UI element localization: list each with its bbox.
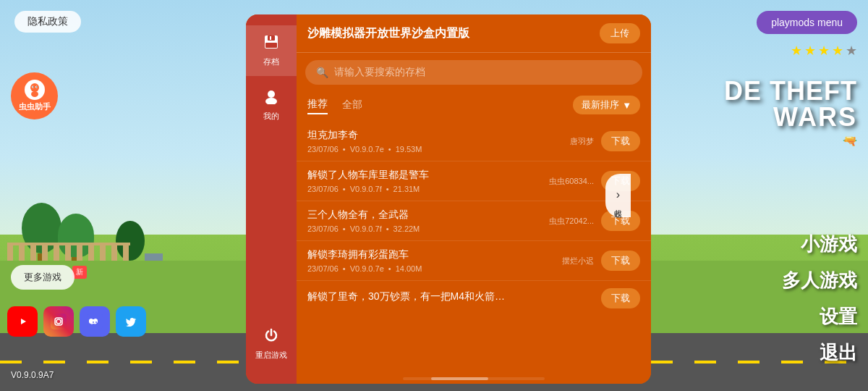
- sidebar-profile-label: 我的: [263, 111, 279, 122]
- filter-row: 推荐 全部 最新排序 ▼: [297, 92, 651, 118]
- save-version-2: V0.9.0.7f: [350, 224, 382, 233]
- download-button-0[interactable]: 下载: [601, 131, 640, 151]
- save-info-3: 解锁李琦拥有彩蛋跑车 23/07/06 • V0.9.0.7e • 14.00M: [307, 248, 562, 273]
- svg-point-1: [31, 91, 38, 97]
- menu-small-games[interactable]: 小游戏: [801, 232, 857, 257]
- save-author-1: 虫虫60834...: [549, 176, 601, 187]
- star-2: ★: [804, 43, 816, 59]
- star-5: ★: [846, 43, 857, 59]
- download-button-4[interactable]: 下载: [601, 288, 640, 308]
- left-panel: 隐私政策 虫虫助手 新 更多游戏: [0, 0, 246, 391]
- playmods-menu-button[interactable]: playmods menu: [757, 11, 857, 34]
- save-meta-1: 23/07/06 • V0.9.0.7f • 21.31M: [307, 185, 549, 193]
- save-info-0: 坦克加李奇 23/07/06 • V0.9.0.7e • 19.53M: [307, 129, 570, 154]
- save-info-1: 解锁了人物车库里都是警车 23/07/06 • V0.9.0.7f • 21.3…: [307, 169, 549, 193]
- profile-icon: [263, 88, 279, 108]
- collapse-modal-button[interactable]: › 收起: [605, 174, 631, 217]
- filter-tab-all[interactable]: 全部: [342, 96, 362, 114]
- star-1: ★: [791, 43, 802, 59]
- modal-main-content: 沙雕模拟器开放世界沙盒内置版 上传 🔍 请输入要搜索的存档 推荐 全部 最新排序…: [297, 14, 651, 384]
- youtube-button[interactable]: [7, 306, 38, 337]
- save-info-2: 三个人物全有，全武器 23/07/06 • V0.9.0.7f • 32.22M: [307, 209, 549, 233]
- svg-rect-18: [265, 43, 277, 48]
- svg-point-21: [265, 98, 277, 104]
- menu-settings[interactable]: 设置: [820, 304, 857, 329]
- save-title-4: 解锁了里奇，30万钞票，有一把M4和火箭…: [307, 290, 601, 303]
- save-item-2[interactable]: 三个人物全有，全武器 23/07/06 • V0.9.0.7f • 32.22M…: [297, 201, 651, 241]
- saves-list[interactable]: 坦克加李奇 23/07/06 • V0.9.0.7e • 19.53M 唐羽梦 …: [297, 118, 651, 374]
- sidebar-save-label: 存档: [263, 56, 279, 67]
- star-3: ★: [818, 43, 830, 59]
- svg-rect-8: [51, 314, 67, 329]
- right-panel: playmods menu ★ ★ ★ ★ ★ DE THEFT WARS 🔫 …: [637, 0, 868, 391]
- save-meta-2: 23/07/06 • V0.9.0.7f • 32.22M: [307, 224, 549, 233]
- save-version-1: V0.9.0.7f: [350, 185, 382, 193]
- svg-point-5: [36, 86, 38, 88]
- sidebar-item-restart[interactable]: 重启游戏: [246, 319, 297, 369]
- save-meta-3: 23/07/06 • V0.9.0.7e • 14.00M: [307, 264, 562, 273]
- sidebar-restart-label: 重启游戏: [255, 350, 287, 361]
- save-title-3: 解锁李琦拥有彩蛋跑车: [307, 248, 562, 261]
- gta-title-line2: WARS: [724, 104, 857, 130]
- sort-chevron-icon: ▼: [622, 100, 631, 111]
- save-meta-0: 23/07/06 • V0.9.0.7e • 19.53M: [307, 145, 570, 154]
- chongchong-badge[interactable]: 虫虫助手: [11, 72, 58, 119]
- svg-point-20: [268, 91, 275, 98]
- sidebar-item-saves[interactable]: 存档: [246, 25, 297, 76]
- discord-button[interactable]: [80, 306, 110, 337]
- gta-logo: DE THEFT WARS 🔫: [724, 78, 857, 148]
- search-icon: 🔍: [316, 67, 328, 78]
- save-author-0: 唐羽梦: [570, 136, 601, 147]
- save-title-0: 坦克加李奇: [307, 129, 570, 142]
- filter-tab-recommended[interactable]: 推荐: [307, 96, 328, 114]
- gun-icon: 🔫: [724, 134, 857, 148]
- instagram-button[interactable]: [43, 306, 74, 337]
- save-item-1[interactable]: 解锁了人物车库里都是警车 23/07/06 • V0.9.0.7f • 21.3…: [297, 161, 651, 201]
- save-size-0: 19.53M: [396, 145, 422, 154]
- save-title-2: 三个人物全有，全武器: [307, 209, 549, 222]
- sort-label: 最新排序: [582, 98, 619, 112]
- modal-sidebar: 存档 我的 重启游戏: [246, 14, 297, 384]
- sidebar-item-profile[interactable]: 我的: [246, 80, 297, 130]
- svg-point-14: [95, 321, 97, 323]
- save-item-0[interactable]: 坦克加李奇 23/07/06 • V0.9.0.7e • 19.53M 唐羽梦 …: [297, 122, 651, 161]
- svg-point-0: [30, 83, 39, 92]
- download-button-3[interactable]: 下载: [601, 251, 640, 271]
- more-games-button[interactable]: 更多游戏: [11, 265, 75, 290]
- save-item-3[interactable]: 解锁李琦拥有彩蛋跑车 23/07/06 • V0.9.0.7e • 14.00M…: [297, 241, 651, 281]
- menu-exit[interactable]: 退出: [820, 340, 857, 366]
- save-version-3: V0.9.0.7e: [350, 264, 384, 273]
- star-4: ★: [832, 43, 843, 59]
- search-placeholder: 请输入要搜索的存档: [334, 66, 425, 79]
- save-date-1: 23/07/06: [307, 185, 339, 193]
- search-bar[interactable]: 🔍 请输入要搜索的存档: [305, 60, 642, 85]
- chongchong-label: 虫虫助手: [19, 101, 51, 112]
- svg-point-11: [61, 318, 63, 319]
- sort-button[interactable]: 最新排序 ▼: [573, 96, 640, 114]
- menu-multiplayer[interactable]: 多人游戏: [782, 268, 857, 293]
- save-title-1: 解锁了人物车库里都是警车: [307, 169, 549, 182]
- privacy-button[interactable]: 隐私政策: [14, 11, 81, 33]
- save-size-2: 32.22M: [393, 224, 420, 233]
- upload-button[interactable]: 上传: [600, 23, 640, 43]
- collapse-arrow-icon: ›: [616, 188, 620, 201]
- save-date-0: 23/07/06: [307, 145, 339, 154]
- save-size-1: 21.31M: [393, 185, 420, 193]
- modal-title: 沙雕模拟器开放世界沙盒内置版: [307, 26, 469, 41]
- gta-title-line1: DE THEFT: [724, 78, 857, 104]
- save-author-2: 虫虫72042...: [549, 216, 601, 227]
- version-text: V0.9.0.9A7: [11, 370, 54, 380]
- save-date-2: 23/07/06: [307, 224, 339, 233]
- save-author-3: 摆烂小迟: [562, 256, 601, 266]
- scroll-thumb: [431, 377, 488, 380]
- right-menu: 小游戏 多人游戏 设置 退出: [782, 232, 857, 380]
- save-size-3: 14.00M: [396, 264, 422, 273]
- svg-rect-19: [270, 36, 271, 40]
- modal-header: 沙雕模拟器开放世界沙盒内置版 上传: [297, 14, 651, 53]
- scroll-indicator: [403, 377, 545, 380]
- twitter-button[interactable]: [116, 306, 146, 337]
- new-badge: 新: [72, 266, 87, 279]
- save-item-4[interactable]: 解锁了里奇，30万钞票，有一把M4和火箭… 下载: [297, 281, 651, 316]
- save-version-0: V0.9.0.7e: [350, 145, 384, 154]
- svg-point-13: [93, 321, 94, 323]
